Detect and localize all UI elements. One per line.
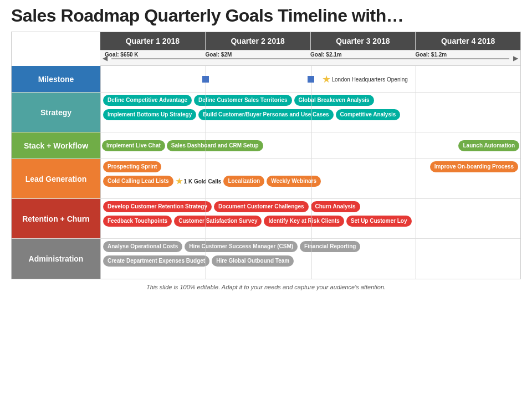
strategy-pill-2: Define Customer Sales Territories — [194, 95, 291, 106]
milestone-marker-q1 — [202, 76, 209, 83]
page-title: Sales Roadmap Quarterly Goals Timeline w… — [11, 6, 521, 26]
s-q-div-3 — [416, 93, 416, 132]
admin-pill-2: Hire Customer Success Manager (CSM) — [185, 241, 298, 252]
lead-label: Lead Generation — [12, 159, 100, 198]
timeline-line — [111, 58, 509, 59]
strategy-pill-6: Competitive Analysis — [336, 109, 401, 120]
ad-q-div-2 — [311, 239, 311, 279]
strategy-pill-4: Implement Bottoms Up Strategy — [103, 109, 196, 120]
quarter-4-header: Quarter 4 2018 — [416, 32, 520, 50]
lead-pill-2: Improve On-boarding Process — [430, 161, 518, 172]
retention-pill-3: Churn Analysis — [311, 201, 360, 212]
roadmap-container: Quarter 1 2018 Quarter 2 2018 Quarter 3 … — [11, 32, 521, 279]
s-q-div-2 — [311, 93, 311, 132]
admin-label: Administration — [12, 239, 100, 279]
lead-pill-3: Cold Calling Lead Lists — [103, 176, 173, 187]
strategy-row: Strategy Define Competitive Advantage De… — [12, 93, 520, 132]
quarter-1-header: Quarter 1 2018 — [100, 32, 206, 50]
stack-pill-3: Launch Automation — [458, 140, 519, 151]
admin-pill-3: Financial Reporting — [300, 241, 360, 252]
s-q-div-1 — [206, 93, 206, 132]
retention-pill-5: Customer Satisfaction Survey — [174, 216, 262, 227]
timeline-arrow-right: ▶ — [513, 54, 518, 62]
milestone-label: Milestone — [12, 66, 100, 92]
stack-label: Stack + Workflow — [12, 132, 100, 158]
strategy-pill-3: Global Breakeven Analysis — [294, 95, 374, 106]
admin-row: Administration Analyse Operational Costs… — [12, 239, 520, 279]
milestone-event-text: London Headquarters Opening — [332, 76, 408, 82]
strategy-label: Strategy — [12, 93, 100, 132]
retention-pill-7: Set Up Customer Loy — [346, 216, 412, 227]
lg-q-div-1 — [206, 159, 206, 198]
milestone-row: Milestone ★ London Headquarters Opening — [12, 66, 520, 93]
stack-row: Stack + Workflow Implement Live Chat Sal… — [12, 132, 520, 159]
stack-pill-1: Implement Live Chat — [102, 140, 165, 151]
strategy-content: Define Competitive Advantage Define Cust… — [100, 93, 520, 132]
quarter-3-header: Quarter 3 2018 — [311, 32, 416, 50]
retention-pill-6: Identify Key at Risk Clients — [264, 216, 344, 227]
sw-q-div-2 — [311, 132, 311, 158]
retention-pill-4: Feedback Touchpoints — [103, 216, 172, 227]
ad-q-div-3 — [416, 239, 416, 279]
goal-q2: Goal: $2M — [206, 52, 232, 58]
gold-star-icon: ★ — [176, 177, 183, 186]
goals-bar: ◀ ▶ Goal: $650 K Goal: $2M Goal: $2.1m G… — [100, 50, 520, 66]
lead-gold-calls: ★ 1 K Gold Calls — [176, 177, 222, 186]
admin-content: Analyse Operational Costs Hire Customer … — [100, 239, 520, 279]
lead-row: Lead Generation Prospecting Sprint Impro… — [12, 159, 520, 199]
rc-q-div-1 — [206, 199, 206, 238]
milestone-star: ★ — [322, 74, 331, 84]
lead-pill-4: Localization — [223, 176, 264, 187]
lead-content: Prospecting Sprint Improve On-boarding P… — [100, 159, 520, 198]
lg-q-div-3 — [416, 159, 416, 198]
goal-q1: Goal: $650 K — [100, 52, 139, 58]
quarter-headers: Quarter 1 2018 Quarter 2 2018 Quarter 3 … — [100, 32, 520, 50]
quarter-2-header: Quarter 2 2018 — [206, 32, 311, 50]
stack-content: Implement Live Chat Sales Dashboard and … — [100, 132, 520, 158]
sw-q-div-1 — [206, 132, 206, 158]
admin-pill-1: Analyse Operational Costs — [103, 241, 182, 252]
strategy-pill-5: Build Customer/Buyer Personas and Use Ca… — [198, 109, 333, 120]
stack-pill-2: Sales Dashboard and CRM Setup — [167, 140, 263, 151]
admin-pill-4: Create Department Expenses Budget — [103, 255, 209, 267]
strategy-pill-1: Define Competitive Advantage — [103, 95, 192, 106]
goal-q3: Goal: $2.1m — [310, 52, 342, 58]
milestone-content: ★ London Headquarters Opening — [100, 66, 520, 92]
milestone-marker-q2 — [308, 76, 314, 83]
strategy-row2: Implement Bottoms Up Strategy Build Cust… — [103, 109, 400, 120]
rc-q-div-2 — [311, 199, 311, 238]
retention-label: Retention + Churn — [12, 199, 100, 238]
retention-pill-2: Document Customer Challenges — [214, 201, 308, 212]
rc-q-div-3 — [416, 199, 416, 238]
strategy-row1: Define Competitive Advantage Define Cust… — [103, 95, 374, 106]
sw-q-div-3 — [416, 132, 416, 158]
retention-content: Develop Customer Retention Strategy Docu… — [100, 199, 520, 238]
footnote: This slide is 100% editable. Adapt it to… — [11, 284, 521, 290]
q-div-3 — [416, 66, 416, 92]
goal-q4: Goal: $1.2m — [416, 52, 447, 58]
admin-pill-5: Hire Global Outbound Team — [212, 255, 294, 267]
retention-row: Retention + Churn Develop Customer Reten… — [12, 199, 520, 239]
lg-q-div-2 — [311, 159, 311, 198]
ad-q-div-1 — [206, 239, 206, 279]
retention-pill-1: Develop Customer Retention Strategy — [103, 201, 212, 212]
lead-pill-1: Prospecting Sprint — [103, 161, 161, 172]
lead-pill-5: Weekly Webinars — [267, 176, 321, 187]
